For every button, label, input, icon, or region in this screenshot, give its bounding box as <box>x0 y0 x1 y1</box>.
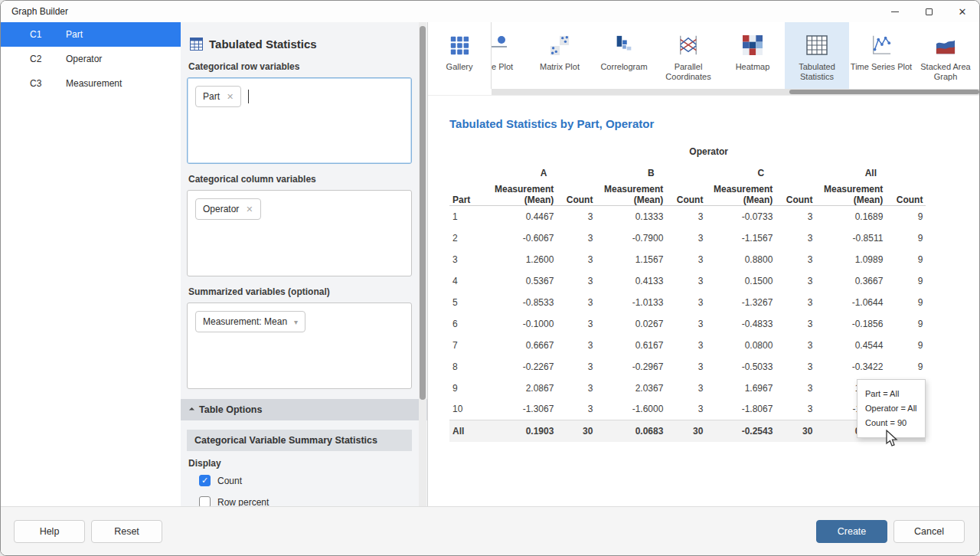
remove-chip-icon[interactable]: ✕ <box>246 204 253 214</box>
title-bar: Graph Builder ✕ <box>1 1 979 22</box>
sidebar-item-part[interactable]: C1 Part <box>1 22 181 47</box>
group-header-b: B <box>596 162 706 184</box>
measurement-mean-header: Measurement(Mean) <box>706 184 776 206</box>
table-row: 70.666730.616730.080030.45449 <box>449 335 926 356</box>
table-row: 6-0.100030.02673-0.48333-0.18569 <box>449 313 926 335</box>
close-button[interactable]: ✕ <box>946 1 979 22</box>
measurement-mean-chip[interactable]: Measurement: Mean ▾ <box>195 311 305 332</box>
gallery-item-correlogram[interactable]: Correlogram <box>592 22 656 89</box>
sidebar-item-measurement[interactable]: C3 Measurement <box>1 71 181 96</box>
count-column-header: Count <box>666 184 706 206</box>
minimize-icon <box>891 11 899 12</box>
group-header-a: A <box>492 162 596 184</box>
table-row: 2-0.60673-0.79003-1.15673-0.85119 <box>449 227 926 249</box>
graph-builder-window: Graph Builder ✕ C1 Part C2 Operator C3 M… <box>0 0 980 556</box>
column-id: C1 <box>30 29 66 40</box>
operator-span-header: Operator <box>492 141 926 162</box>
display-label: Display <box>188 458 412 469</box>
gallery-item-tabulated-statistics[interactable]: Tabulated Statistics <box>785 22 849 89</box>
column-variables-label: Categorical column variables <box>188 174 412 185</box>
stacked-area-graph-icon <box>935 34 956 57</box>
correlogram-icon <box>613 34 635 57</box>
column-label: Operator <box>66 54 102 64</box>
table-row: 10-1.30673-1.60003-1.80673-1.57119 <box>449 399 926 420</box>
scrollbar-thumb[interactable] <box>789 90 979 94</box>
summarized-variables-label: Summarized variables (optional) <box>188 286 412 297</box>
sidebar-item-operator[interactable]: C2 Operator <box>1 47 181 71</box>
count-column-header: Count <box>557 184 596 206</box>
gallery-item-parallel-coordinates[interactable]: Parallel Coordinates <box>656 22 720 89</box>
heatmap-icon <box>743 34 763 57</box>
reset-button[interactable]: Reset <box>91 520 162 543</box>
main-area: Gallery e Plot Matrix Plot <box>427 22 979 506</box>
measurement-mean-header: Measurement(Mean) <box>596 184 666 206</box>
time-series-plot-icon <box>871 34 892 57</box>
table-row: All0.1903300.068330-0.2543300.001490 <box>449 420 926 442</box>
part-column-header: Part <box>449 184 492 206</box>
summary-statistics-header: Categorical Variable Summary Statistics <box>187 430 412 451</box>
gallery-scrollbar[interactable] <box>428 89 979 95</box>
table-row: 31.260031.156730.880031.09899 <box>449 249 926 270</box>
cancel-button[interactable]: Cancel <box>893 520 965 543</box>
count-column-header: Count <box>886 184 926 206</box>
text-cursor <box>248 90 249 103</box>
row-percent-checkbox[interactable]: Row percent <box>199 496 412 506</box>
column-label: Measurement <box>66 78 122 89</box>
create-button[interactable]: Create <box>816 520 887 543</box>
tabulated-statistics-icon <box>806 34 828 57</box>
mouse-cursor-icon <box>884 430 898 451</box>
gallery-item-plot-clipped[interactable]: e Plot <box>492 22 528 89</box>
column-label: Part <box>66 29 83 40</box>
table-body: 10.446730.13333-0.073330.168992-0.60673-… <box>449 206 926 442</box>
checkbox-icon: ✓ <box>199 475 211 486</box>
count-checkbox[interactable]: ✓ Count <box>199 475 412 486</box>
scrollbar-thumb[interactable] <box>420 26 426 400</box>
gallery-grid-icon <box>449 34 470 57</box>
operator-chip[interactable]: Operator ✕ <box>195 198 261 220</box>
gallery-item-stacked-area-graph[interactable]: Stacked Area Graph <box>913 22 978 89</box>
table-row: 8-0.22673-0.29673-0.50333-0.34229 <box>449 356 926 378</box>
gallery-tab[interactable]: Gallery <box>428 22 492 89</box>
panel-title: Tabulated Statistics <box>209 38 317 51</box>
column-id: C3 <box>30 78 66 89</box>
maximize-icon <box>926 8 933 15</box>
group-header-c: C <box>706 162 815 184</box>
statistics-table: Operator A B C All Part Measurement(Mean… <box>449 141 926 442</box>
table-options-header[interactable]: Table Options <box>181 399 427 420</box>
part-chip[interactable]: Part ✕ <box>195 86 241 107</box>
table-row: 92.086732.036731.696731.94009 <box>449 378 926 399</box>
help-button[interactable]: Help <box>14 520 85 543</box>
remove-chip-icon[interactable]: ✕ <box>227 92 234 102</box>
plot-icon <box>492 34 522 57</box>
checkbox-icon <box>199 496 211 506</box>
matrix-plot-icon <box>549 34 570 57</box>
measurement-mean-header: Measurement(Mean) <box>815 184 886 206</box>
gallery-item-time-series-plot[interactable]: Time Series Plot <box>849 22 913 89</box>
close-icon: ✕ <box>959 7 967 17</box>
panel-scrollbar[interactable] <box>419 22 426 506</box>
builder-panel: Tabulated Statistics Categorical row var… <box>181 22 427 506</box>
row-variables-input[interactable]: Part ✕ <box>187 77 412 164</box>
chevron-down-icon: ▾ <box>294 318 298 326</box>
dialog-footer: Help Reset Create Cancel <box>1 506 979 555</box>
group-header-all: All <box>815 162 926 184</box>
minimize-button[interactable] <box>878 1 912 22</box>
column-variables-input[interactable]: Operator ✕ <box>187 190 412 276</box>
gallery-item-matrix-plot[interactable]: Matrix Plot <box>528 22 592 89</box>
table-row: 10.446730.13333-0.073330.16899 <box>449 206 926 227</box>
maximize-button[interactable] <box>912 1 946 22</box>
gallery-item-heatmap[interactable]: Heatmap <box>720 22 785 89</box>
results-pane: Tabulated Statistics by Part, Operator O… <box>428 96 979 506</box>
variables-sidebar: C1 Part C2 Operator C3 Measurement <box>1 22 181 506</box>
measurement-mean-header: Measurement(Mean) <box>492 184 557 206</box>
row-variables-label: Categorical row variables <box>188 61 412 72</box>
table-icon <box>190 38 203 51</box>
window-controls: ✕ <box>878 1 979 22</box>
count-column-header: Count <box>776 184 815 206</box>
summarized-variables-input[interactable]: Measurement: Mean ▾ <box>187 303 412 389</box>
table-row: 5-0.85333-1.01333-1.32673-1.06449 <box>449 292 926 313</box>
collapse-icon <box>189 407 194 412</box>
column-id: C2 <box>30 54 66 64</box>
results-title: Tabulated Statistics by Part, Operator <box>449 117 979 130</box>
table-row: 40.536730.413330.150030.36679 <box>449 270 926 292</box>
